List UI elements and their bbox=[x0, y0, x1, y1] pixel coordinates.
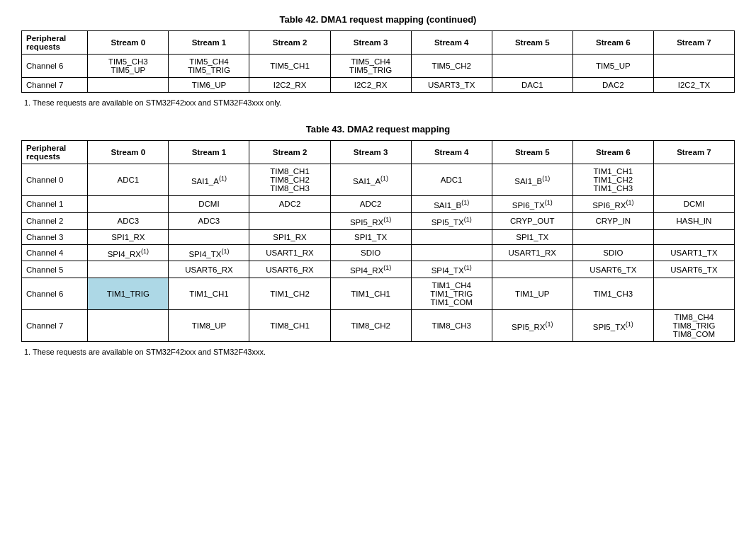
header-stream-4: Stream 4 bbox=[411, 141, 492, 164]
table-row: Channel 5USART6_RXUSART6_RXSPI4_RX(1)SPI… bbox=[22, 261, 735, 278]
header-peripheral-requests: Peripheral requests bbox=[22, 141, 88, 164]
data-cell-0-0: TIM5_CH3TIM5_UP bbox=[88, 55, 169, 78]
data-cell-7-1: TIM8_UP bbox=[169, 310, 249, 342]
header-stream-3: Stream 3 bbox=[330, 31, 411, 55]
data-cell-5-7: USART6_TX bbox=[653, 261, 734, 278]
channel-cell: Channel 4 bbox=[22, 244, 88, 261]
data-cell-1-2: I2C2_RX bbox=[249, 78, 330, 93]
data-cell-3-3: SPI1_TX bbox=[330, 229, 411, 244]
data-cell-6-2: TIM1_CH2 bbox=[249, 278, 330, 310]
data-cell-1-6: DAC2 bbox=[572, 78, 653, 93]
data-cell-7-6: SPI5_TX(1) bbox=[572, 310, 653, 342]
data-cell-7-7: TIM8_CH4TIM8_TRIGTIM8_COM bbox=[653, 310, 734, 342]
data-cell-6-1: TIM1_CH1 bbox=[169, 278, 249, 310]
data-cell-0-2: TIM8_CH1TIM8_CH2TIM8_CH3 bbox=[249, 164, 330, 196]
channel-cell: Channel 3 bbox=[22, 229, 88, 244]
header-stream-5: Stream 5 bbox=[492, 31, 572, 55]
data-cell-0-4: TIM5_CH2 bbox=[411, 55, 492, 78]
channel-cell: Channel 2 bbox=[22, 212, 88, 229]
data-cell-4-3: SDIO bbox=[330, 244, 411, 261]
data-cell-0-0: ADC1 bbox=[88, 164, 169, 196]
channel-cell: Channel 6 bbox=[22, 55, 88, 78]
data-cell-7-4: TIM8_CH3 bbox=[411, 310, 492, 342]
data-cell-0-1: TIM5_CH4TIM5_TRIG bbox=[169, 55, 249, 78]
channel-cell: Channel 7 bbox=[22, 78, 88, 93]
header-stream-5: Stream 5 bbox=[492, 141, 572, 164]
channel-cell: Channel 0 bbox=[22, 164, 88, 196]
table2-header-row: Peripheral requestsStream 0Stream 1Strea… bbox=[22, 141, 735, 164]
data-cell-4-7: USART1_TX bbox=[653, 244, 734, 261]
data-cell-3-6 bbox=[572, 229, 653, 244]
data-cell-7-0 bbox=[88, 310, 169, 342]
data-cell-4-0: SPI4_RX(1) bbox=[88, 244, 169, 261]
data-cell-6-0: TIM1_TRIG bbox=[88, 278, 169, 310]
data-cell-2-3: SPI5_RX(1) bbox=[330, 212, 411, 229]
table2: Peripheral requestsStream 0Stream 1Strea… bbox=[21, 140, 735, 342]
data-cell-2-5: CRYP_OUT bbox=[492, 212, 572, 229]
data-cell-0-2: TIM5_CH1 bbox=[249, 55, 330, 78]
table1-footnote: 1. These requests are available on STM32… bbox=[21, 98, 735, 107]
table-row: Channel 3SPI1_RXSPI1_RXSPI1_TXSPI1_TX bbox=[22, 229, 735, 244]
data-cell-1-5: DAC1 bbox=[492, 78, 572, 93]
table-row: Channel 0ADC1SAI1_A(1)TIM8_CH1TIM8_CH2TI… bbox=[22, 164, 735, 196]
data-cell-4-2: USART1_RX bbox=[249, 244, 330, 261]
data-cell-1-1: DCMI bbox=[169, 196, 249, 213]
channel-cell: Channel 6 bbox=[22, 278, 88, 310]
header-stream-2: Stream 2 bbox=[249, 31, 330, 55]
data-cell-4-1: SPI4_TX(1) bbox=[169, 244, 249, 261]
data-cell-7-3: TIM8_CH2 bbox=[330, 310, 411, 342]
table2-container: Table 43. DMA2 request mapping Periphera… bbox=[21, 124, 735, 356]
data-cell-2-6: CRYP_IN bbox=[572, 212, 653, 229]
table2-title: Table 43. DMA2 request mapping bbox=[21, 124, 735, 135]
header-stream-4: Stream 4 bbox=[411, 31, 492, 55]
header-stream-3: Stream 3 bbox=[330, 141, 411, 164]
header-stream-0: Stream 0 bbox=[88, 141, 169, 164]
header-stream-6: Stream 6 bbox=[572, 141, 653, 164]
header-stream-1: Stream 1 bbox=[169, 31, 249, 55]
data-cell-1-6: SPI6_RX(1) bbox=[572, 196, 653, 213]
data-cell-1-1: TIM6_UP bbox=[169, 78, 249, 93]
data-cell-7-2: TIM8_CH1 bbox=[249, 310, 330, 342]
data-cell-1-4: USART3_TX bbox=[411, 78, 492, 93]
table1-title: Table 42. DMA1 request mapping (continue… bbox=[21, 14, 735, 25]
data-cell-0-4: ADC1 bbox=[411, 164, 492, 196]
data-cell-6-4: TIM1_CH4TIM1_TRIGTIM1_COM bbox=[411, 278, 492, 310]
table2-footnote: 1. These requests are available on STM32… bbox=[21, 348, 735, 356]
data-cell-1-5: SPI6_TX(1) bbox=[492, 196, 572, 213]
data-cell-2-7: HASH_IN bbox=[653, 212, 734, 229]
data-cell-4-6: SDIO bbox=[572, 244, 653, 261]
data-cell-5-3: SPI4_RX(1) bbox=[330, 261, 411, 278]
channel-cell: Channel 5 bbox=[22, 261, 88, 278]
header-stream-6: Stream 6 bbox=[572, 31, 653, 55]
data-cell-1-7: I2C2_TX bbox=[653, 78, 734, 93]
data-cell-0-3: TIM5_CH4TIM5_TRIG bbox=[330, 55, 411, 78]
data-cell-3-5: SPI1_TX bbox=[492, 229, 572, 244]
table-row: Channel 7TIM8_UPTIM8_CH1TIM8_CH2TIM8_CH3… bbox=[22, 310, 735, 342]
data-cell-4-5: USART1_RX bbox=[492, 244, 572, 261]
data-cell-2-4: SPI5_TX(1) bbox=[411, 212, 492, 229]
table-row: Channel 6TIM1_TRIGTIM1_CH1TIM1_CH2TIM1_C… bbox=[22, 278, 735, 310]
data-cell-3-0: SPI1_RX bbox=[88, 229, 169, 244]
data-cell-0-7 bbox=[653, 55, 734, 78]
data-cell-5-6: USART6_TX bbox=[572, 261, 653, 278]
data-cell-5-4: SPI4_TX(1) bbox=[411, 261, 492, 278]
data-cell-6-5: TIM1_UP bbox=[492, 278, 572, 310]
header-stream-2: Stream 2 bbox=[249, 141, 330, 164]
data-cell-0-3: SAI1_A(1) bbox=[330, 164, 411, 196]
table1-container: Table 42. DMA1 request mapping (continue… bbox=[21, 14, 735, 107]
header-stream-1: Stream 1 bbox=[169, 141, 249, 164]
data-cell-1-2: ADC2 bbox=[249, 196, 330, 213]
header-stream-0: Stream 0 bbox=[88, 31, 169, 55]
table1-header-row: Peripheral requestsStream 0Stream 1Strea… bbox=[22, 31, 735, 55]
data-cell-6-7 bbox=[653, 278, 734, 310]
data-cell-5-0 bbox=[88, 261, 169, 278]
data-cell-3-2: SPI1_RX bbox=[249, 229, 330, 244]
data-cell-1-4: SAI1_B(1) bbox=[411, 196, 492, 213]
data-cell-3-7 bbox=[653, 229, 734, 244]
data-cell-6-3: TIM1_CH1 bbox=[330, 278, 411, 310]
table-row: Channel 6TIM5_CH3TIM5_UPTIM5_CH4TIM5_TRI… bbox=[22, 55, 735, 78]
data-cell-1-3: I2C2_RX bbox=[330, 78, 411, 93]
data-cell-1-0 bbox=[88, 196, 169, 213]
header-stream-7: Stream 7 bbox=[653, 141, 734, 164]
table-row: Channel 7TIM6_UPI2C2_RXI2C2_RXUSART3_TXD… bbox=[22, 78, 735, 93]
